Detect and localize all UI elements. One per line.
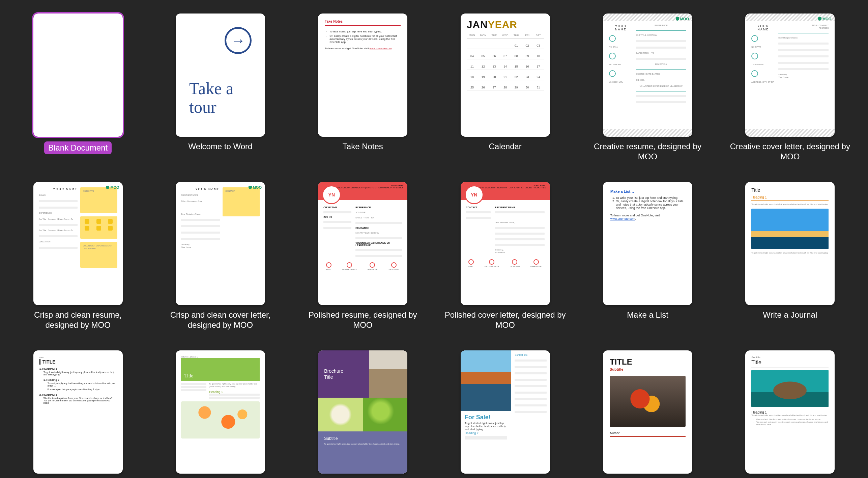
- calendar-day: 03: [533, 43, 544, 49]
- calendar-day: 21: [500, 74, 511, 80]
- template-write-a-journal[interactable]: Title Heading 1 To get started right awa…: [723, 182, 858, 330]
- template-thumb: Brochure Title Subtitle To get started r…: [318, 350, 407, 474]
- makelist-heading: Make a List…: [610, 189, 685, 193]
- template-thumb: Date TITLE 1. HEADING 1 To get started r…: [33, 350, 123, 474]
- calendar-day: 02: [522, 43, 533, 49]
- calendar-day: 15: [511, 63, 522, 70]
- template-create-an-outline[interactable]: Date TITLE 1. HEADING 1 To get started r…: [10, 350, 145, 478]
- template-label: Blank Document: [44, 141, 112, 154]
- template-thumb: Volume 1 | Issue 1 Title To get started …: [176, 350, 265, 474]
- template-label: Crisp and clean cover letter, designed b…: [160, 310, 281, 330]
- tour-text: Take atour: [189, 79, 233, 116]
- calendar-day: [467, 43, 478, 49]
- template-flyer[interactable]: For Sale! To get started right away, jus…: [438, 350, 573, 478]
- papercover-image: [610, 376, 686, 427]
- calendar-day: 30: [522, 84, 533, 91]
- template-label: Creative cover letter, designed by MOO: [729, 141, 851, 162]
- moo-logo-icon: MOO: [106, 185, 119, 189]
- template-thumb: MOO YOUR NAME SKILLS EXPERIENCE Job Titl…: [33, 182, 123, 305]
- template-label: Calendar: [489, 141, 521, 152]
- calendar-dow: WED: [500, 34, 511, 38]
- template-thumb: MOO YOUR NAME RECIPIENT NAME Title – Com…: [176, 182, 265, 305]
- calendar-year: YEAR: [488, 19, 517, 30]
- template-creative-resume-moo[interactable]: MOO YOUR NAME NO-SPAM TELEPHONE LINKEDIN…: [580, 14, 715, 162]
- calendar-day: 26: [478, 84, 489, 91]
- calendar-dow: SUN: [467, 34, 478, 38]
- takenotes-bullet: To take notes, just tap here and start t…: [329, 30, 401, 33]
- calendar-day: 14: [500, 63, 511, 70]
- calendar-day: 01: [511, 43, 522, 49]
- calendar-day: [500, 43, 511, 49]
- calendar-day: 27: [489, 84, 500, 91]
- calendar-day: 06: [489, 53, 500, 59]
- template-gallery: Blank Document → Take atour Welcome to W…: [0, 0, 868, 478]
- template-thumb: TITLE Subtitle Author: [603, 350, 692, 474]
- newsletter-image: [181, 401, 260, 439]
- template-thumb: [33, 14, 123, 137]
- calendar-day: 16: [522, 63, 533, 70]
- template-make-a-list[interactable]: Make a List… To write your list, just ta…: [580, 182, 715, 330]
- calendar-day: 12: [478, 63, 489, 70]
- template-polished-cover-moo[interactable]: MOO YN YOUR NAME PROFESSION OR INDUSTRY …: [438, 182, 573, 330]
- calendar-dow: FRI: [522, 34, 533, 38]
- template-thumb: Subtitle Title Heading 1 To get started …: [745, 350, 835, 474]
- template-take-notes[interactable]: Take Notes To take notes, just tap here …: [295, 14, 430, 162]
- calendar-day: 22: [511, 74, 522, 80]
- template-polished-resume-moo[interactable]: MOO YN YOUR NAME PROFESSION OR INDUSTRY …: [295, 182, 430, 330]
- template-calendar[interactable]: JANYEAR SUNMONTUEWEDTHUFRISAT01020304050…: [438, 14, 573, 162]
- onenote-link: www.onenote.com: [610, 217, 635, 220]
- template-creative-cover-moo[interactable]: MOO YOUR NAME NO-SPAM TELEPHONE ADDRESS,…: [723, 14, 858, 162]
- template-crisp-cover-moo[interactable]: MOO YOUR NAME RECIPIENT NAME Title – Com…: [153, 182, 288, 330]
- calendar-dow: TUE: [489, 34, 500, 38]
- calendar-day: 29: [511, 84, 522, 91]
- onenote-link: www.onenote.com: [370, 47, 392, 50]
- template-label: Welcome to Word: [189, 141, 253, 152]
- calendar-day: 28: [500, 84, 511, 91]
- calendar-day: 31: [533, 84, 544, 91]
- template-thumb: Make a List… To write your list, just ta…: [603, 182, 692, 305]
- template-label: Polished resume, designed by MOO: [302, 310, 424, 330]
- template-thumb: JANYEAR SUNMONTUEWEDTHUFRISAT01020304050…: [461, 14, 550, 137]
- calendar-day: 25: [467, 84, 478, 91]
- calendar-dow: THU: [511, 34, 522, 38]
- journal-image: [751, 209, 829, 249]
- brochure-image: [369, 350, 408, 398]
- calendar-day: 09: [522, 53, 533, 59]
- template-label: Make a List: [627, 310, 668, 320]
- brochure-image: [363, 398, 408, 431]
- research-image: [751, 370, 829, 407]
- template-welcome-to-word[interactable]: → Take atour Welcome to Word: [153, 14, 288, 162]
- moo-logo-icon: MOO: [249, 185, 262, 189]
- takenotes-bullet: Or, easily create a digital notebook for…: [329, 34, 401, 44]
- template-blank-document[interactable]: Blank Document: [10, 14, 145, 162]
- calendar-day: 17: [533, 63, 544, 70]
- calendar-day: 08: [511, 53, 522, 59]
- template-thumb: MOO YN YOUR NAME PROFESSION OR INDUSTRY …: [461, 182, 550, 305]
- calendar-dow: MON: [478, 34, 489, 38]
- calendar-day: 11: [467, 63, 478, 70]
- template-paper-cover-toc[interactable]: TITLE Subtitle Author Paper with Cover a…: [580, 350, 715, 478]
- calendar-month: JAN: [467, 19, 488, 30]
- template-thumb: Title Heading 1 To get started right awa…: [745, 182, 835, 305]
- template-crisp-resume-moo[interactable]: MOO YOUR NAME SKILLS EXPERIENCE Job Titl…: [10, 182, 145, 330]
- template-label: Write a Journal: [763, 310, 817, 320]
- calendar-day: 13: [489, 63, 500, 70]
- template-thumb: For Sale! To get started right away, jus…: [461, 350, 550, 474]
- template-newsletter[interactable]: Volume 1 | Issue 1 Title To get started …: [153, 350, 288, 478]
- calendar-day: [489, 43, 500, 49]
- calendar-grid: SUNMONTUEWEDTHUFRISAT0102030405060708091…: [467, 34, 544, 91]
- calendar-day: 23: [522, 74, 533, 80]
- calendar-day: 24: [533, 74, 544, 80]
- template-label: Polished cover letter, designed by MOO: [444, 310, 566, 330]
- flyer-image: [461, 350, 512, 411]
- template-label: Crisp and clean resume, designed by MOO: [17, 310, 139, 330]
- template-thumb: → Take atour: [176, 14, 265, 137]
- template-brochure[interactable]: Brochure Title Subtitle To get started r…: [295, 350, 430, 478]
- template-label: Take Notes: [343, 141, 383, 152]
- calendar-day: 19: [478, 74, 489, 80]
- calendar-day: 07: [500, 53, 511, 59]
- arrow-right-icon: →: [225, 27, 252, 54]
- calendar-day: [478, 43, 489, 49]
- template-thumb: MOO YOUR NAME NO-SPAM TELEPHONE ADDRESS,…: [745, 14, 835, 137]
- template-research-paper[interactable]: Subtitle Title Heading 1 To get started …: [723, 350, 858, 478]
